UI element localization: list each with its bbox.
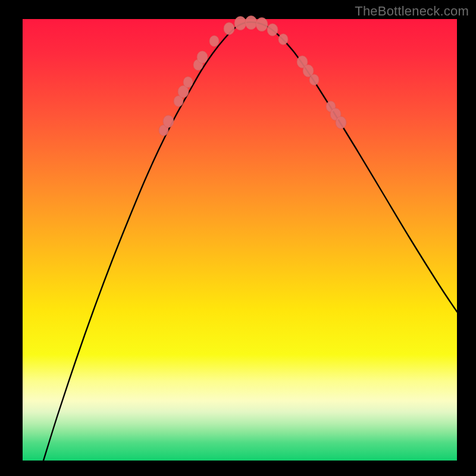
plot-area <box>23 19 457 461</box>
curve-marker <box>209 36 219 46</box>
curve-marker <box>183 77 193 87</box>
bottleneck-curve-svg <box>23 19 457 461</box>
curve-marker <box>278 34 288 45</box>
curve-marker <box>163 115 174 128</box>
curve-marker <box>267 24 278 36</box>
curve-marker <box>245 16 257 30</box>
curve-marker <box>234 17 246 30</box>
watermark-text: TheBottleneck.com <box>355 4 469 19</box>
curve-marker <box>336 117 346 129</box>
curve-marker <box>256 18 268 32</box>
chart-frame: TheBottleneck.com <box>0 0 476 476</box>
curve-markers <box>159 16 346 136</box>
curve-marker <box>224 23 234 35</box>
curve-marker <box>197 51 208 64</box>
bottleneck-curve <box>43 22 457 461</box>
curve-marker <box>309 74 319 85</box>
